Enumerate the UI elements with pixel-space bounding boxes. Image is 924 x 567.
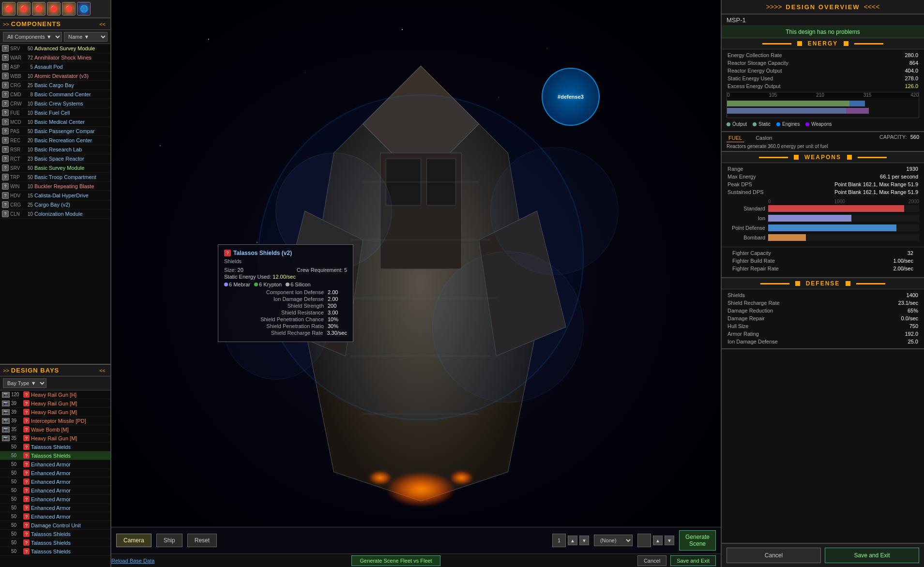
- legend-engines: Engines: [776, 121, 800, 127]
- energy-stat-value-0: 280.0: [905, 52, 918, 58]
- comp-name-15: Buckler Repeating Blaste: [34, 183, 108, 189]
- component-type-filter[interactable]: All Components ▼: [3, 32, 62, 42]
- nav-down-2-button[interactable]: ▼: [665, 536, 674, 545]
- energy-stat-0: Energy Collection Rate280.0: [722, 51, 924, 59]
- component-item[interactable]: ? PAS 50 Basic Passenger Compar: [0, 127, 110, 136]
- bay-item[interactable]: 50 ? Talassos Shields: [0, 451, 110, 460]
- component-item[interactable]: ? SRV 50 Basic Survey Module: [0, 164, 110, 173]
- legend-output-dot: [727, 122, 730, 126]
- bay-item[interactable]: 📷 39 ? Interceptor Missile [PD]: [0, 417, 110, 425]
- comp-icon-3: ?: [2, 73, 9, 79]
- component-item[interactable]: ? WAR 72 Annihilator Shock Mines: [0, 53, 110, 62]
- component-item[interactable]: ? CRG 25 Basic Cargo Bay: [0, 81, 110, 90]
- bay-item[interactable]: 50 ? Enhanced Armor: [0, 486, 110, 495]
- fuel-tab[interactable]: FUEL: [727, 134, 744, 142]
- nav-up-2-button[interactable]: ▲: [653, 536, 663, 545]
- cancel-button[interactable]: Cancel: [727, 548, 821, 563]
- component-item[interactable]: ? RCT 23 Basic Space Reactor: [0, 154, 110, 164]
- tooltip-question-icon: ?: [224, 250, 231, 256]
- cancel-button-bottom[interactable]: Cancel: [637, 555, 666, 566]
- stat-label-1: Ion Damage Defense: [224, 296, 324, 302]
- bay-item[interactable]: 📷 35 ? Heavy Rail Gun [M]: [0, 434, 110, 443]
- defense-bar-l: [760, 283, 789, 284]
- bay-item[interactable]: 50 ? Enhanced Armor: [0, 504, 110, 512]
- bay-qmark-4: ?: [23, 426, 30, 433]
- icon-2[interactable]: 🔴: [17, 2, 30, 15]
- bay-item[interactable]: 50 ? Enhanced Armor: [0, 512, 110, 521]
- component-item[interactable]: ? TRP 50 Basic Troop Compartment: [0, 173, 110, 182]
- bay-item[interactable]: 50 ? Talassos Shields: [0, 538, 110, 547]
- bay-item[interactable]: 50 ? Enhanced Armor: [0, 469, 110, 477]
- svg-point-19: [490, 147, 618, 275]
- component-item[interactable]: ? FUE 10 Basic Fuel Cell: [0, 108, 110, 118]
- bay-name-10: Enhanced Armor: [31, 479, 108, 485]
- weapons-stat-value-2: Point Blank 162.1, Max Range 51.9: [834, 181, 918, 187]
- reset-button[interactable]: Reset: [187, 534, 217, 547]
- bay-item[interactable]: 📷 39 ? Heavy Rail Gun [M]: [0, 408, 110, 417]
- component-item[interactable]: ? CRW 10 Basic Crew Systems: [0, 99, 110, 108]
- save-exit-button-right[interactable]: Save and Exit: [825, 548, 919, 563]
- bay-item[interactable]: 📷 120 ? Heavy Rail Gun [H]: [0, 390, 110, 399]
- bay-item[interactable]: 50 ? Enhanced Armor: [0, 495, 110, 504]
- component-item[interactable]: ? WIN 10 Buckler Repeating Blaste: [0, 182, 110, 191]
- generate-fleet-button[interactable]: Generate Scene Fleet vs Fleet: [351, 555, 440, 566]
- defense-bubble: #defense3: [542, 68, 600, 126]
- component-item[interactable]: ? ASP 5 Assault Pod: [0, 62, 110, 72]
- reload-link[interactable]: Reload Base Data: [111, 558, 154, 564]
- component-item[interactable]: ? CRG 25 Cargo Bay (v2): [0, 200, 110, 209]
- bay-type-filter[interactable]: Bay Type ▼: [3, 378, 46, 388]
- icon-4[interactable]: 🔴: [47, 2, 61, 15]
- caslon-tab[interactable]: Caslon: [754, 134, 774, 142]
- defense-stat-6: Ion Damage Defense25.0: [722, 338, 924, 345]
- comp-name-0: Advanced Survey Module: [34, 45, 108, 51]
- weapons-stat-label-1: Max Energy: [727, 174, 756, 179]
- bay-item[interactable]: 📷 39 ? Heavy Rail Gun [M]: [0, 399, 110, 408]
- comp-name-1: Annihilator Shock Mines: [34, 55, 108, 60]
- icon-1[interactable]: 🔴: [2, 2, 15, 15]
- comp-name-18: Colonization Module: [34, 211, 108, 217]
- nav-up-button[interactable]: ▲: [568, 536, 577, 545]
- component-item[interactable]: ? RSR 10 Basic Research Lab: [0, 145, 110, 154]
- bay-qmark-8: ?: [23, 461, 30, 467]
- bay-item[interactable]: 50 ? Enhanced Armor: [0, 460, 110, 469]
- icon-3[interactable]: 🔴: [32, 2, 45, 15]
- nav-down-button[interactable]: ▼: [579, 536, 589, 545]
- cam-icon-3: 📷: [2, 418, 10, 424]
- save-exit-button[interactable]: Save and Exit: [670, 555, 716, 566]
- bay-item[interactable]: 📷 35 ? Wave Bomb [M]: [0, 425, 110, 434]
- bay-name-12: Enhanced Armor: [31, 496, 108, 502]
- component-sort-filter[interactable]: Name ▼: [64, 32, 107, 42]
- stat-val-6: 3.30/sec: [327, 330, 347, 336]
- legend-weapons-dot: [805, 122, 809, 126]
- energy-scale: 0 105 210 315 420: [727, 92, 919, 98]
- component-item[interactable]: ? CMD 8 Basic Command Center: [0, 90, 110, 99]
- weapons-stats: Range1930Max Energy66.1 per secondPeak D…: [722, 165, 924, 196]
- stat-label-4: Shield Penetration Chance: [224, 316, 324, 322]
- icon-5[interactable]: 🔴: [62, 2, 76, 15]
- weapons-stat-1: Max Energy66.1 per second: [722, 173, 924, 180]
- bay-item[interactable]: 50 ? Talassos Shields: [0, 530, 110, 538]
- comp-num-8: 10: [24, 119, 33, 125]
- nav-value-2: [637, 534, 651, 547]
- component-item[interactable]: ? WBB 10 Atomic Devastator (v3): [0, 72, 110, 81]
- comp-icon-15: ?: [2, 183, 9, 190]
- component-item[interactable]: ? MCD 10 Basic Medical Center: [0, 118, 110, 127]
- bay-item[interactable]: 50 ? Damage Control Unit: [0, 521, 110, 530]
- comp-num-17: 25: [24, 202, 33, 208]
- defense-stat-value-5: 192.0: [905, 331, 918, 337]
- component-item[interactable]: ? SRV 50 Advanced Survey Module: [0, 44, 110, 53]
- icon-globe[interactable]: 🌐: [77, 2, 91, 15]
- component-item[interactable]: ? HDV 15 Calista-Dal HyperDrive: [0, 191, 110, 200]
- component-item[interactable]: ? REC 20 Basic Recreation Center: [0, 136, 110, 145]
- camera-button[interactable]: Camera: [116, 534, 151, 547]
- component-item[interactable]: ? CLN 10 Colonization Module: [0, 209, 110, 219]
- comp-code-6: CRW: [10, 101, 23, 106]
- weapons-icon: [794, 155, 799, 160]
- bay-item[interactable]: 50 ? Talassos Shields: [0, 443, 110, 451]
- standard-label: Standard: [727, 206, 765, 211]
- bay-item[interactable]: 50 ? Enhanced Armor: [0, 477, 110, 486]
- fleet-dropdown[interactable]: (None): [594, 535, 633, 546]
- ship-button[interactable]: Ship: [156, 534, 182, 547]
- bay-item[interactable]: 50 ? Talassos Shields: [0, 547, 110, 556]
- generate-scene-button[interactable]: Generate Scene: [679, 530, 716, 551]
